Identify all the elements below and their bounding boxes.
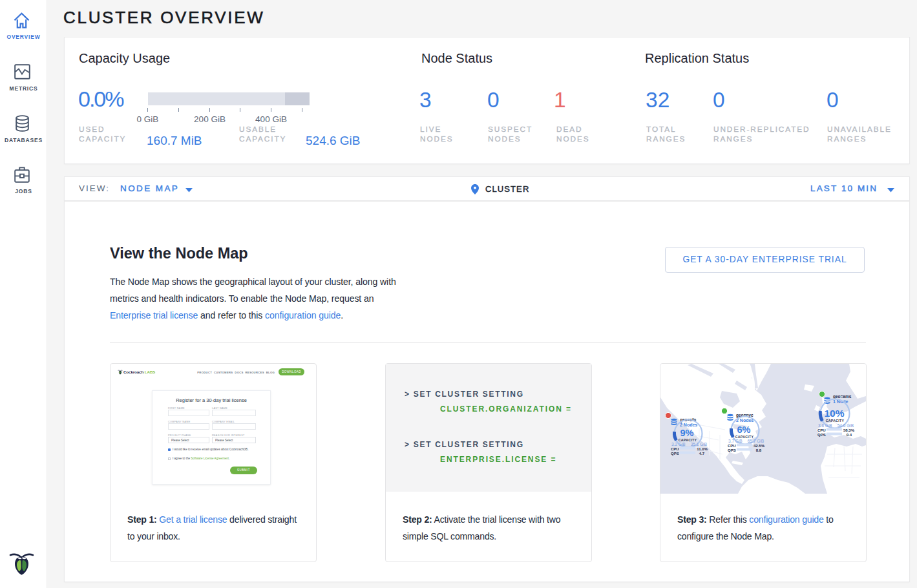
svg-text:CPU: CPU (671, 447, 679, 451)
svg-text:CAPACITY: CAPACITY (826, 419, 845, 423)
svg-text:3.2 GiB: 3.2 GiB (671, 442, 686, 446)
svg-text:9%: 9% (680, 428, 694, 438)
svg-text:58.3%: 58.3% (843, 428, 855, 432)
svg-text:54.6 GiB: 54.6 GiB (838, 423, 854, 428)
svg-text:QPS: QPS (671, 452, 679, 456)
svg-text:6%: 6% (737, 425, 751, 435)
svg-text:2 Nodes: 2 Nodes (680, 423, 697, 427)
svg-text:CPU: CPU (817, 428, 826, 432)
svg-text:geo=ams: geo=ams (833, 394, 852, 399)
svg-text:11.0%: 11.0% (697, 447, 708, 451)
svg-text:4.7: 4.7 (699, 452, 705, 456)
svg-text:10%: 10% (824, 408, 844, 419)
svg-text:42.5%: 42.5% (754, 444, 765, 448)
svg-text:65.7 GiB: 65.7 GiB (748, 439, 764, 443)
svg-text:35.1 GiB: 35.1 GiB (691, 442, 707, 446)
svg-text:0.4: 0.4 (847, 433, 852, 437)
svg-text:CPU: CPU (728, 444, 736, 448)
svg-text:QPS: QPS (728, 448, 736, 452)
svg-text:3.7 GiB: 3.7 GiB (728, 439, 743, 443)
svg-text:3.6 GiB: 3.6 GiB (818, 423, 832, 428)
svg-text:8.8: 8.8 (756, 448, 762, 452)
svg-text:QPS: QPS (817, 433, 826, 437)
